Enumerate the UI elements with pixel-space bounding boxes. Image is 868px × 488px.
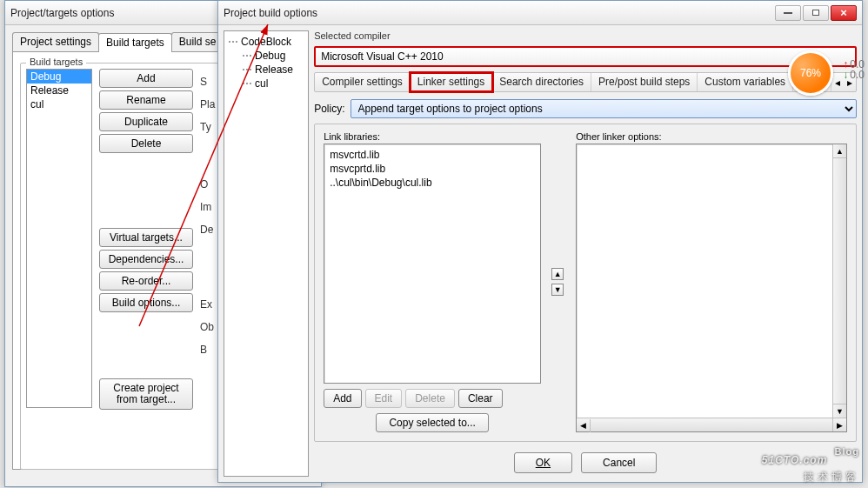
front-titlebar: Project build options × (218, 1, 862, 25)
build-targets-list[interactable]: Debug Release cul (26, 69, 92, 408)
policy-select[interactable]: Append target options to project options (351, 99, 858, 118)
move-down-button[interactable]: ▼ (551, 284, 564, 296)
selected-compiler-field[interactable]: Microsoft Visual C++ 2010 (314, 46, 857, 67)
tab-search-directories[interactable]: Search directories (492, 73, 591, 91)
reorder-arrows: ▲ ▼ (551, 131, 565, 432)
duplicate-target-button[interactable]: Duplicate (99, 112, 193, 131)
selected-compiler-label: Selected compiler (314, 30, 857, 41)
close-icon: × (840, 9, 847, 17)
target-tree[interactable]: CodeBlock Debug Release cul (224, 30, 309, 477)
linker-settings-panel: Link libraries: msvcrtd.lib msvcprtd.lib… (314, 124, 857, 442)
clear-libs-button[interactable]: Clear (458, 389, 503, 408)
badge-stats: 0.0 0.0 (843, 59, 865, 80)
tab-project-settings[interactable]: Project settings (12, 32, 99, 51)
add-target-button[interactable]: Add (99, 69, 193, 88)
minimize-icon (784, 12, 792, 14)
link-libraries-label: Link libraries: (324, 131, 541, 142)
link-libraries-list[interactable]: msvcrtd.lib msvcprtd.lib ..\cul\bin\Debu… (324, 144, 541, 384)
add-lib-button[interactable]: Add (324, 389, 361, 408)
tree-cul[interactable]: cul (226, 77, 306, 90)
delete-target-button[interactable]: Delete (99, 134, 193, 153)
project-build-options-window: Project build options × CodeBlock Debug … (217, 0, 863, 483)
build-options-tabs: Compiler settings Linker settings Search… (314, 72, 857, 92)
scroll-up-icon[interactable]: ▲ (833, 144, 846, 158)
tab-compiler-settings[interactable]: Compiler settings (315, 73, 411, 91)
scroll-left-icon[interactable]: ◀ (577, 419, 591, 432)
target-debug[interactable]: Debug (27, 70, 91, 84)
vertical-scrollbar[interactable]: ▲ ▼ (832, 144, 846, 418)
front-title: Project build options (224, 7, 775, 19)
clipped-labels: S Pla Ty O Im De Ex Ob B (200, 69, 212, 361)
minimize-button[interactable] (775, 5, 801, 21)
target-release[interactable]: Release (27, 84, 91, 97)
reorder-button[interactable]: Re-order... (99, 271, 193, 291)
tree-root[interactable]: CodeBlock (226, 35, 306, 49)
horizontal-scrollbar[interactable]: ◀ ▶ (577, 418, 846, 431)
move-up-button[interactable]: ▲ (551, 268, 564, 280)
build-options-button[interactable]: Build options... (99, 293, 193, 312)
percent-badge: 76% (788, 50, 833, 96)
close-button[interactable]: × (831, 5, 857, 21)
copy-selected-to-button[interactable]: Copy selected to... (376, 413, 488, 432)
tree-debug[interactable]: Debug (226, 49, 306, 63)
scroll-right-icon[interactable]: ▶ (832, 418, 846, 431)
tree-release[interactable]: Release (226, 63, 306, 77)
tab-prepost-build[interactable]: Pre/post build steps (591, 73, 698, 91)
watermark: 51CTO.com Blog 技术博客 (762, 443, 859, 485)
delete-lib-button[interactable]: Delete (405, 389, 455, 408)
policy-label: Policy: (314, 103, 344, 115)
target-cul[interactable]: cul (27, 97, 91, 111)
tab-custom-variables[interactable]: Custom variables (698, 73, 793, 91)
rename-target-button[interactable]: Rename (99, 90, 193, 110)
create-project-from-target-button[interactable]: Create project from target... (99, 378, 193, 410)
scroll-down-icon[interactable]: ▼ (833, 404, 846, 418)
other-linker-options-label: Other linker options: (576, 131, 847, 142)
tab-build-targets[interactable]: Build targets (98, 33, 172, 52)
lib-item[interactable]: ..\cul\bin\Debug\cul.lib (330, 176, 535, 190)
tab-linker-settings[interactable]: Linker settings (411, 73, 492, 91)
build-targets-legend: Build targets (26, 57, 86, 67)
tab-build-se[interactable]: Build se (171, 32, 224, 51)
edit-lib-button[interactable]: Edit (365, 389, 403, 408)
tab-scroll-left[interactable]: ◂ (831, 75, 844, 90)
dependencies-button[interactable]: Dependencies... (99, 250, 193, 269)
virtual-targets-button[interactable]: Virtual targets... (99, 228, 193, 247)
lib-item[interactable]: msvcprtd.lib (330, 162, 535, 176)
ok-button[interactable]: OK (514, 452, 572, 473)
maximize-icon (812, 10, 819, 16)
cancel-button[interactable]: Cancel (581, 452, 657, 473)
other-linker-options-textarea[interactable]: ▲ ▼ ◀ ▶ (576, 144, 847, 432)
lib-item[interactable]: msvcrtd.lib (330, 148, 535, 162)
maximize-button[interactable] (803, 5, 829, 21)
